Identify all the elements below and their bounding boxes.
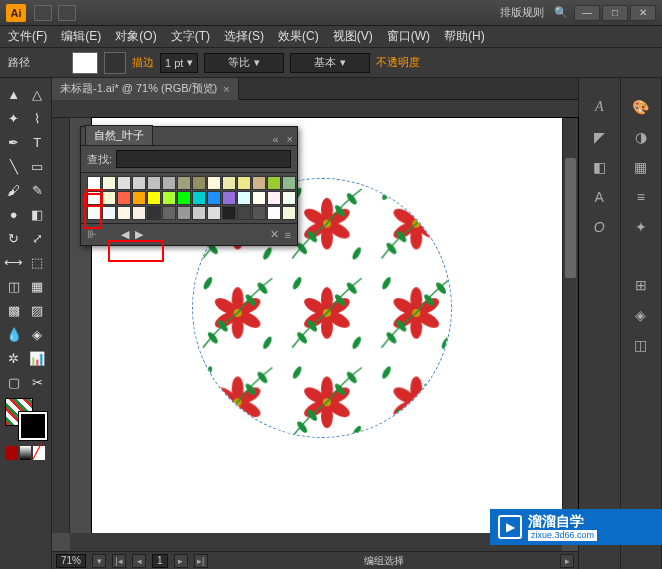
color-panel-icon[interactable]: 🎨 xyxy=(630,96,652,118)
swatch-item[interactable] xyxy=(102,176,116,190)
chevron-down-icon[interactable]: ▾ xyxy=(187,56,193,69)
panel-tab[interactable]: 自然_叶子 xyxy=(85,125,153,145)
swatch-item[interactable] xyxy=(117,176,131,190)
chevron-down-icon[interactable]: ▾ xyxy=(254,56,260,69)
tab-close-icon[interactable]: × xyxy=(223,83,229,95)
swatch-item[interactable] xyxy=(102,191,116,205)
swatch-item[interactable] xyxy=(87,176,101,190)
swatch-item[interactable] xyxy=(222,206,236,220)
pathfinder-panel-icon[interactable]: ◫ xyxy=(630,334,652,356)
menu-help[interactable]: 帮助(H) xyxy=(444,28,485,45)
fill-stroke-control[interactable] xyxy=(3,396,49,442)
stroke-swatch[interactable] xyxy=(104,52,126,74)
close-button[interactable]: ✕ xyxy=(630,5,656,21)
status-menu-icon[interactable]: ▸ xyxy=(560,554,574,568)
swatches-panel-icon[interactable]: ▦ xyxy=(630,156,652,178)
document-tab[interactable]: 未标题-1.ai* @ 71% (RGB/预览) × xyxy=(52,78,239,100)
panel-menu-icon[interactable]: ≡ xyxy=(285,229,291,241)
swatch-libraries-icon[interactable]: ⊪ xyxy=(87,228,97,241)
prev-swatch-icon[interactable]: ◀ xyxy=(121,228,129,241)
swatch-item[interactable] xyxy=(177,206,191,220)
free-transform-tool[interactable]: ⬚ xyxy=(26,250,50,274)
type-panel-icon[interactable]: A xyxy=(588,186,610,208)
next-swatch-icon[interactable]: ▶ xyxy=(135,228,143,241)
nav-next-icon[interactable]: ▸ xyxy=(174,554,188,568)
magic-wand-tool[interactable]: ✦ xyxy=(2,106,26,130)
swatch-item[interactable] xyxy=(87,206,101,220)
swatch-item[interactable] xyxy=(237,206,251,220)
arrange-docs-button[interactable] xyxy=(58,5,76,21)
menu-object[interactable]: 对象(O) xyxy=(115,28,156,45)
swatch-item[interactable] xyxy=(207,206,221,220)
swatch-item[interactable] xyxy=(117,191,131,205)
swatch-item[interactable] xyxy=(162,176,176,190)
swatches-panel[interactable]: 自然_叶子 « × 查找: ⊪ ◀ ▶ ✕ ≡ xyxy=(80,126,298,246)
swatch-item[interactable] xyxy=(192,206,206,220)
swatch-item[interactable] xyxy=(252,191,266,205)
align-panel-icon[interactable]: ⊞ xyxy=(630,274,652,296)
swatch-item[interactable] xyxy=(222,191,236,205)
scrollbar-horizontal[interactable] xyxy=(70,533,562,551)
zoom-level[interactable]: 71% xyxy=(56,554,86,568)
swatch-item[interactable] xyxy=(282,176,296,190)
color-mode[interactable] xyxy=(6,446,18,460)
swatch-item[interactable] xyxy=(117,206,131,220)
artboard-tool[interactable]: ▢ xyxy=(2,370,26,394)
maximize-button[interactable]: □ xyxy=(602,5,628,21)
nav-first-icon[interactable]: |◂ xyxy=(112,554,126,568)
menu-effect[interactable]: 效果(C) xyxy=(278,28,319,45)
swatch-item[interactable] xyxy=(282,206,296,220)
menu-view[interactable]: 视图(V) xyxy=(333,28,373,45)
mesh-tool[interactable]: ▩ xyxy=(2,298,26,322)
swatch-item[interactable] xyxy=(207,176,221,190)
stroke-color[interactable] xyxy=(19,412,47,440)
swatch-item[interactable] xyxy=(252,176,266,190)
scale-tool[interactable]: ⤢ xyxy=(26,226,50,250)
blob-brush-tool[interactable]: ● xyxy=(2,202,26,226)
width-tool[interactable]: ⟷ xyxy=(2,250,26,274)
menu-window[interactable]: 窗口(W) xyxy=(387,28,430,45)
stroke-panel-icon[interactable]: ◤ xyxy=(588,126,610,148)
color-guide-panel-icon[interactable]: ◑ xyxy=(630,126,652,148)
blend-tool[interactable]: ◈ xyxy=(26,322,50,346)
swatch-item[interactable] xyxy=(132,206,146,220)
swatch-item[interactable] xyxy=(87,191,101,205)
nav-prev-icon[interactable]: ◂ xyxy=(132,554,146,568)
swatch-item[interactable] xyxy=(162,206,176,220)
swatch-item[interactable] xyxy=(237,191,251,205)
none-mode[interactable]: ╱ xyxy=(33,446,45,460)
scrollbar-vertical[interactable] xyxy=(562,118,578,533)
swatch-item[interactable] xyxy=(132,176,146,190)
menu-edit[interactable]: 编辑(E) xyxy=(61,28,101,45)
zoom-dropdown-icon[interactable]: ▾ xyxy=(92,554,106,568)
transform-panel-icon[interactable]: ◈ xyxy=(630,304,652,326)
swatch-item[interactable] xyxy=(147,176,161,190)
shape-builder-tool[interactable]: ◫ xyxy=(2,274,26,298)
perspective-tool[interactable]: ▦ xyxy=(26,274,50,298)
stroke-weight-input[interactable]: 1 pt▾ xyxy=(160,53,198,73)
symbol-sprayer-tool[interactable]: ✲ xyxy=(2,346,26,370)
transparency-panel-icon[interactable]: ◧ xyxy=(588,156,610,178)
fill-swatch[interactable] xyxy=(72,52,98,74)
swatch-item[interactable] xyxy=(222,176,236,190)
swatch-item[interactable] xyxy=(132,191,146,205)
delete-swatch-icon[interactable]: ✕ xyxy=(270,228,279,241)
swatch-item[interactable] xyxy=(102,206,116,220)
gradient-mode[interactable] xyxy=(20,446,32,460)
eyedropper-tool[interactable]: 💧 xyxy=(2,322,26,346)
line-tool[interactable]: ╲ xyxy=(2,154,26,178)
scrollbar-thumb[interactable] xyxy=(565,158,576,278)
lasso-tool[interactable]: ⌇ xyxy=(26,106,50,130)
stroke-label[interactable]: 描边 xyxy=(132,55,154,70)
type-tool[interactable]: T xyxy=(26,130,50,154)
workspace-dropdown[interactable]: 排版规则 xyxy=(500,5,544,20)
swatch-item[interactable] xyxy=(177,191,191,205)
swatch-item[interactable] xyxy=(267,191,281,205)
swatch-item[interactable] xyxy=(207,191,221,205)
swatch-item[interactable] xyxy=(267,206,281,220)
character-panel-icon[interactable]: A xyxy=(588,96,610,118)
pencil-tool[interactable]: ✎ xyxy=(26,178,50,202)
swatch-item[interactable] xyxy=(147,191,161,205)
menu-type[interactable]: 文字(T) xyxy=(171,28,210,45)
opentype-panel-icon[interactable]: O xyxy=(588,216,610,238)
